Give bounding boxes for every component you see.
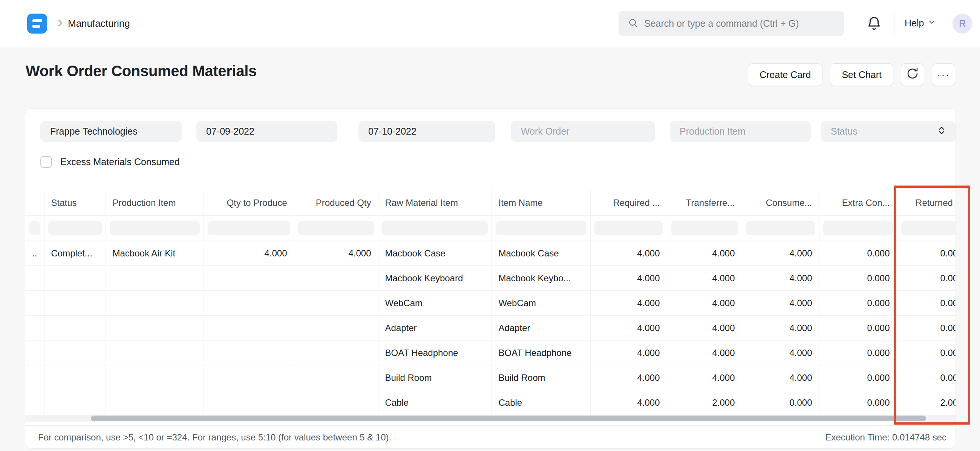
column-filter-input[interactable] bbox=[382, 221, 488, 235]
column-filter-input[interactable] bbox=[746, 221, 815, 235]
excess-materials-label: Excess Materials Consumed bbox=[60, 156, 180, 167]
cell-produced-qty bbox=[294, 390, 378, 415]
more-options-button[interactable]: ··· bbox=[932, 63, 955, 86]
cell-production-item bbox=[105, 365, 204, 390]
cell-item-name: Macbook Keybo... bbox=[492, 266, 590, 291]
cell-consumed: 0.000 bbox=[742, 390, 819, 415]
cell-wo bbox=[25, 316, 44, 341]
column-filter-input[interactable] bbox=[298, 221, 374, 235]
column-header-blank[interactable] bbox=[25, 190, 44, 216]
to-date-filter[interactable] bbox=[358, 121, 495, 142]
horizontal-scrollbar[interactable] bbox=[25, 415, 956, 422]
cell-required: 4.000 bbox=[590, 241, 667, 266]
cell-raw-material-item: Macbook Case bbox=[378, 241, 492, 266]
column-header-required[interactable]: Required ... bbox=[590, 190, 667, 216]
column-filter-input[interactable] bbox=[823, 221, 893, 235]
cell-qty-to-produce bbox=[204, 341, 294, 365]
cell-qty-to-produce bbox=[204, 365, 294, 390]
execution-time: Execution Time: 0.014748 sec bbox=[825, 432, 947, 443]
cell-production-item bbox=[105, 291, 204, 316]
cell-consumed: 4.000 bbox=[742, 291, 819, 316]
column-header-returned[interactable]: Returned ... bbox=[897, 190, 956, 216]
cell-production-item: Macbook Air Kit bbox=[105, 241, 204, 266]
company-filter[interactable] bbox=[40, 121, 182, 142]
work-order-filter[interactable] bbox=[511, 121, 655, 142]
breadcrumb[interactable]: Manufacturing bbox=[68, 18, 130, 29]
cell-required: 4.000 bbox=[590, 291, 667, 316]
excess-materials-checkbox[interactable] bbox=[40, 156, 52, 168]
erpnext-logo-icon[interactable] bbox=[27, 14, 47, 33]
cell-wo bbox=[25, 390, 44, 415]
page-title: Work Order Consumed Materials bbox=[25, 62, 257, 80]
table-row: WebCamWebCam4.0004.0004.0000.0000.000 bbox=[25, 291, 956, 316]
cell-item-name: WebCam bbox=[492, 291, 590, 316]
cell-required: 4.000 bbox=[590, 316, 667, 341]
refresh-icon bbox=[906, 67, 919, 82]
cell-produced-qty bbox=[294, 341, 378, 365]
column-header-item-name[interactable]: Item Name bbox=[492, 190, 590, 216]
report-footer: For comparison, use >5, <10 or =324. For… bbox=[25, 426, 956, 449]
table-row: Macbook KeyboardMacbook Keybo...4.0004.0… bbox=[25, 266, 956, 291]
user-avatar[interactable]: R bbox=[953, 14, 972, 33]
column-header-qty-to-produce[interactable]: Qty to Produce bbox=[204, 190, 294, 216]
cell-consumed: 4.000 bbox=[742, 365, 819, 390]
cell-item-name: Macbook Case bbox=[492, 241, 590, 266]
table-row: CableCable4.0002.0000.0000.0002.000 bbox=[25, 390, 956, 415]
cell-wo bbox=[25, 341, 44, 365]
ellipsis-icon: ··· bbox=[937, 69, 950, 81]
cell-produced-qty bbox=[294, 266, 378, 291]
column-filter-input[interactable] bbox=[594, 221, 663, 235]
column-header-consume[interactable]: Consume... bbox=[742, 190, 819, 216]
cell-extra: 0.000 bbox=[819, 266, 897, 291]
cell-transferred: 2.000 bbox=[667, 390, 742, 415]
cell-status bbox=[44, 266, 105, 291]
column-filter-input[interactable] bbox=[496, 221, 587, 235]
column-filter-input[interactable] bbox=[110, 221, 200, 235]
help-menu[interactable]: Help bbox=[905, 18, 936, 29]
search-input[interactable] bbox=[644, 18, 840, 29]
cell-production-item bbox=[105, 316, 204, 341]
from-date-filter[interactable] bbox=[196, 121, 337, 142]
column-header-production-item[interactable]: Production Item bbox=[105, 190, 204, 216]
column-header-raw-material-item[interactable]: Raw Material Item bbox=[378, 190, 492, 216]
column-filter-input[interactable] bbox=[208, 221, 290, 235]
cell-item-name: Cable bbox=[492, 390, 590, 415]
cell-returned: 0.000 bbox=[897, 316, 956, 341]
cell-qty-to-produce bbox=[204, 316, 294, 341]
column-filter-input[interactable] bbox=[671, 221, 738, 235]
cell-extra: 0.000 bbox=[819, 316, 897, 341]
cell-transferred: 4.000 bbox=[667, 266, 742, 291]
column-header-produced-qty[interactable]: Produced Qty bbox=[294, 190, 378, 216]
global-search[interactable] bbox=[619, 11, 844, 36]
help-label: Help bbox=[905, 18, 924, 29]
column-header-status[interactable]: Status bbox=[44, 190, 105, 216]
cell-produced-qty bbox=[294, 291, 378, 316]
column-filter-input[interactable] bbox=[901, 221, 956, 235]
cell-production-item bbox=[105, 341, 204, 365]
table-row: ..Complet...Macbook Air Kit4.0004.000Mac… bbox=[25, 241, 956, 266]
report-card: Status Excess Materials Consumed StatusP… bbox=[25, 108, 956, 449]
excess-materials-row: Excess Materials Consumed bbox=[40, 156, 180, 168]
cell-produced-qty bbox=[294, 316, 378, 341]
cell-item-name: BOAT Headphone bbox=[492, 341, 590, 365]
refresh-button[interactable] bbox=[901, 63, 924, 86]
column-filter-row bbox=[25, 216, 956, 241]
create-card-button[interactable]: Create Card bbox=[748, 63, 822, 86]
cell-status bbox=[44, 341, 105, 365]
cell-consumed: 4.000 bbox=[742, 341, 819, 365]
production-item-filter[interactable] bbox=[670, 121, 811, 142]
column-filter-input[interactable] bbox=[29, 221, 40, 235]
cell-returned: 0.000 bbox=[897, 266, 956, 291]
cell-extra: 0.000 bbox=[819, 365, 897, 390]
cell-returned: 0.000 bbox=[897, 291, 956, 316]
scrollbar-thumb[interactable] bbox=[91, 416, 926, 421]
column-header-extra-con[interactable]: Extra Con... bbox=[819, 190, 897, 216]
notifications-bell-icon[interactable] bbox=[866, 15, 882, 33]
cell-produced-qty bbox=[294, 365, 378, 390]
set-chart-button[interactable]: Set Chart bbox=[830, 63, 893, 86]
status-filter[interactable]: Status bbox=[821, 121, 956, 142]
cell-production-item bbox=[105, 390, 204, 415]
column-filter-input[interactable] bbox=[48, 221, 102, 235]
column-header-transferre[interactable]: Transferre... bbox=[667, 190, 742, 216]
cell-raw-material-item: Cable bbox=[378, 390, 492, 415]
